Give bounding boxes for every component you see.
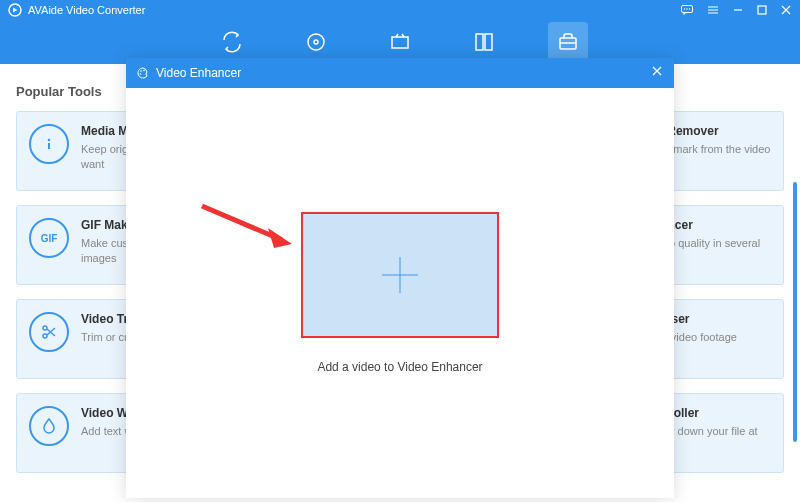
dialog-header: Video Enhancer [126, 58, 674, 88]
close-icon[interactable] [650, 64, 664, 82]
tab-ripper[interactable] [296, 22, 336, 62]
menu-icon[interactable] [706, 3, 720, 17]
svg-point-18 [140, 70, 142, 72]
gif-icon: GIF [29, 218, 69, 258]
plus-icon [382, 257, 418, 293]
tab-mv[interactable] [380, 22, 420, 62]
svg-point-15 [43, 326, 47, 330]
feedback-icon[interactable] [680, 3, 694, 17]
dropzone-label: Add a video to Video Enhancer [317, 360, 482, 374]
tab-toolbox[interactable] [548, 22, 588, 62]
svg-rect-5 [758, 6, 766, 14]
dialog-title: Video Enhancer [156, 66, 650, 80]
titlebar: AVAide Video Converter [0, 0, 800, 20]
svg-point-16 [43, 334, 47, 338]
tab-collage[interactable] [464, 22, 504, 62]
add-video-dropzone[interactable] [301, 212, 499, 338]
svg-rect-10 [485, 34, 492, 50]
app-logo-icon [8, 3, 22, 17]
svg-point-7 [314, 40, 318, 44]
info-icon [29, 124, 69, 164]
video-enhancer-dialog: Video Enhancer Add a video to Video Enha… [126, 58, 674, 498]
scissors-icon [29, 312, 69, 352]
close-icon[interactable] [780, 4, 792, 16]
minimize-icon[interactable] [732, 4, 744, 16]
app-title: AVAide Video Converter [28, 4, 680, 16]
svg-point-4 [689, 8, 690, 9]
svg-point-3 [686, 8, 687, 9]
svg-point-2 [684, 8, 685, 9]
dialog-body: Add a video to Video Enhancer [126, 88, 674, 498]
scrollbar-thumb[interactable] [793, 182, 797, 442]
palette-icon [136, 66, 150, 80]
svg-rect-9 [476, 34, 483, 50]
svg-point-12 [48, 139, 51, 142]
svg-point-6 [308, 34, 324, 50]
svg-point-19 [143, 70, 145, 72]
maximize-icon[interactable] [756, 4, 768, 16]
svg-rect-8 [392, 37, 408, 48]
tab-converter[interactable] [212, 22, 252, 62]
svg-point-20 [140, 73, 142, 75]
window-controls [680, 3, 792, 17]
droplet-icon [29, 406, 69, 446]
svg-rect-13 [48, 143, 50, 149]
